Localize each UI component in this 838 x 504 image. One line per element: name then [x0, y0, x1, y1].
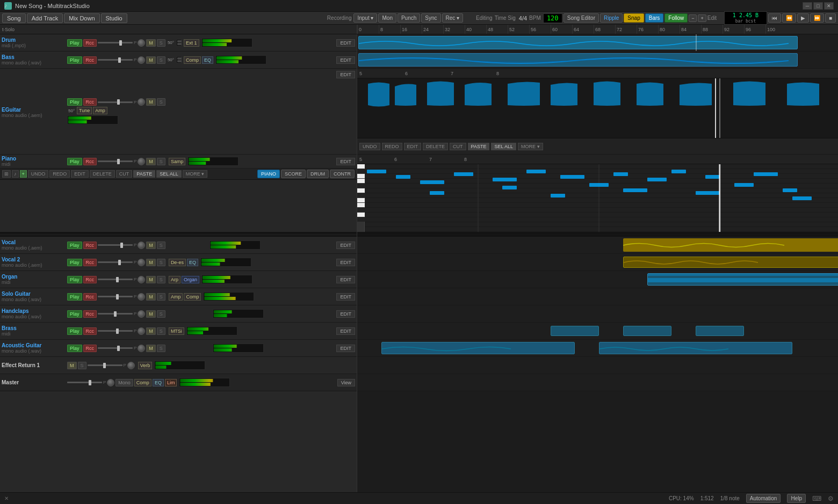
mute-effectreturn[interactable]: M	[67, 362, 77, 369]
piano-undo[interactable]: UNDO	[28, 170, 49, 178]
mute-organ[interactable]: M	[146, 276, 156, 283]
edit-vocal[interactable]: EDIT	[336, 242, 355, 249]
track-rec-piano[interactable]: Rcc	[83, 158, 97, 165]
redo-eguitar[interactable]: REDO	[382, 143, 402, 150]
track-rec-handclaps[interactable]: Rcc	[83, 310, 97, 318]
solo-acguitar[interactable]: S	[157, 345, 165, 352]
solo-eguitar[interactable]: S	[157, 98, 165, 106]
track-rec-organ[interactable]: Rcc	[83, 276, 97, 283]
plugin-comp-bass[interactable]: Comp	[184, 56, 201, 64]
track-play-organ[interactable]: Play	[67, 276, 82, 283]
zoom-in-button[interactable]: +	[698, 14, 706, 22]
zoom-out-button[interactable]: −	[689, 14, 697, 22]
edit-acguitar[interactable]: EDIT	[336, 345, 355, 352]
edit-brass[interactable]: EDIT	[336, 327, 355, 335]
volume-piano[interactable]	[98, 160, 133, 162]
timeline-eguitar[interactable]: 5 6 7 8	[357, 69, 838, 155]
volume-acguitar[interactable]	[98, 347, 133, 349]
follow-button[interactable]: Follow	[664, 13, 688, 23]
mute-vocal2[interactable]: M	[146, 259, 156, 266]
volume-sologuitar[interactable]	[98, 296, 133, 297]
menu-song[interactable]: Song	[2, 13, 26, 23]
plugin-amp-eguitar[interactable]: Amp	[93, 107, 107, 114]
track-rec-drum[interactable]: Rcc	[83, 39, 97, 47]
piano-paste[interactable]: PASTE	[133, 170, 155, 178]
plugin-mtsi-brass[interactable]: MTSi	[169, 327, 184, 335]
mute-handclaps[interactable]: M	[146, 310, 156, 318]
eguitar-waveform-area[interactable]	[357, 78, 838, 138]
mute-sologuitar[interactable]: M	[146, 293, 156, 301]
pan-vocal[interactable]	[138, 242, 145, 249]
track-play-bass[interactable]: Play	[67, 56, 82, 64]
solo-drum[interactable]: S	[157, 39, 165, 47]
volume-master[interactable]	[67, 382, 102, 383]
solo-vocal2[interactable]: S	[157, 259, 165, 266]
selall-eguitar[interactable]: SEL ALL	[491, 143, 516, 150]
mute-piano[interactable]: M	[146, 158, 156, 165]
edit-eguitar[interactable]: EDIT	[336, 71, 355, 78]
more-eguitar[interactable]: MORE ▾	[518, 143, 543, 150]
track-play-vocal2[interactable]: Play	[67, 259, 82, 266]
track-rec-acguitar[interactable]: Rcc	[83, 345, 97, 352]
input-button[interactable]: Input ▾	[353, 13, 377, 23]
plugin-tune-eguitar[interactable]: Tune	[77, 107, 92, 114]
pan-effectreturn[interactable]	[127, 362, 135, 369]
clip-acguitar-1[interactable]	[381, 342, 575, 354]
track-rec-sologuitar[interactable]: Rcc	[83, 293, 97, 301]
pan-master[interactable]	[107, 379, 114, 386]
clip-brass-2[interactable]	[623, 326, 671, 336]
track-play-eguitar[interactable]: Play	[67, 98, 82, 106]
track-play-piano[interactable]: Play	[67, 158, 82, 165]
pan-drum[interactable]	[138, 39, 145, 47]
piano-roll-grid[interactable]	[357, 164, 838, 232]
timeline-acguitar[interactable]	[357, 340, 838, 357]
volume-vocal2[interactable]	[98, 261, 133, 263]
solo-vocal[interactable]: S	[157, 242, 165, 249]
piano-note-btn[interactable]: ♪	[12, 170, 19, 178]
paste-eguitar[interactable]: PASTE	[468, 143, 490, 150]
timeline-content[interactable]: 5 6 7 8	[357, 34, 838, 492]
piano-add-btn[interactable]: +	[20, 170, 27, 178]
solo-sologuitar[interactable]: S	[157, 293, 165, 301]
menu-studio[interactable]: Studio	[101, 13, 127, 23]
snap-button[interactable]: Snap	[624, 13, 644, 23]
pan-acguitar[interactable]	[138, 345, 145, 352]
plugin-organ-organ[interactable]: Organ	[182, 276, 199, 283]
timeline-master[interactable]	[357, 374, 838, 391]
timeline-organ[interactable]	[357, 271, 838, 288]
timeline-handclaps[interactable]	[357, 305, 838, 323]
ripple-button[interactable]: Ripple	[600, 13, 623, 23]
track-play-vocal[interactable]: Play	[67, 242, 82, 249]
edit-eguitar-btn[interactable]: EDIT	[404, 143, 422, 150]
plugin-dees-vocal2[interactable]: De-es	[169, 259, 186, 266]
prev-button[interactable]: ⏪	[782, 13, 796, 23]
pan-eguitar[interactable]	[138, 98, 145, 106]
plugin-lim-master[interactable]: Lim	[165, 379, 177, 386]
timeline-piano[interactable]: 5 6 7 8	[357, 155, 838, 232]
track-rec-vocal2[interactable]: Rcc	[83, 259, 97, 266]
piano-view-piano[interactable]: PIANO	[257, 170, 280, 178]
piano-view-drum[interactable]: DRUM	[307, 170, 329, 178]
mute-acguitar[interactable]: M	[146, 345, 156, 352]
track-play-drum[interactable]: Play	[67, 39, 82, 47]
timeline-effectreturn[interactable]	[357, 357, 838, 374]
solo-effectreturn[interactable]: S	[78, 362, 86, 369]
punch-button[interactable]: Punch	[398, 13, 420, 23]
solo-organ[interactable]: S	[157, 276, 165, 283]
mute-drum[interactable]: M	[146, 39, 156, 47]
timeline-vocal[interactable]	[357, 237, 838, 254]
solo-handclaps[interactable]: S	[157, 310, 165, 318]
ruler-timeline[interactable]: 0 8 16 24 32 40 48 52 56 60 64 68 72 76 …	[357, 25, 838, 34]
volume-bass[interactable]	[98, 59, 133, 61]
piano-more[interactable]: MORE ▾	[183, 170, 208, 178]
piano-edit[interactable]: EDIT	[71, 170, 89, 178]
menu-add-track[interactable]: Add Track	[27, 13, 63, 23]
plugin-eq-bass[interactable]: EQ	[202, 56, 213, 64]
track-rec-vocal[interactable]: Rcc	[83, 242, 97, 249]
edit-handclaps[interactable]: EDIT	[336, 310, 355, 318]
volume-vocal[interactable]	[98, 244, 133, 246]
timeline-sologuitar[interactable]	[357, 288, 838, 305]
plugin-eq-vocal2[interactable]: EQ	[187, 259, 198, 266]
mute-brass[interactable]: M	[146, 327, 156, 335]
undo-eguitar[interactable]: UNDO	[359, 143, 380, 150]
